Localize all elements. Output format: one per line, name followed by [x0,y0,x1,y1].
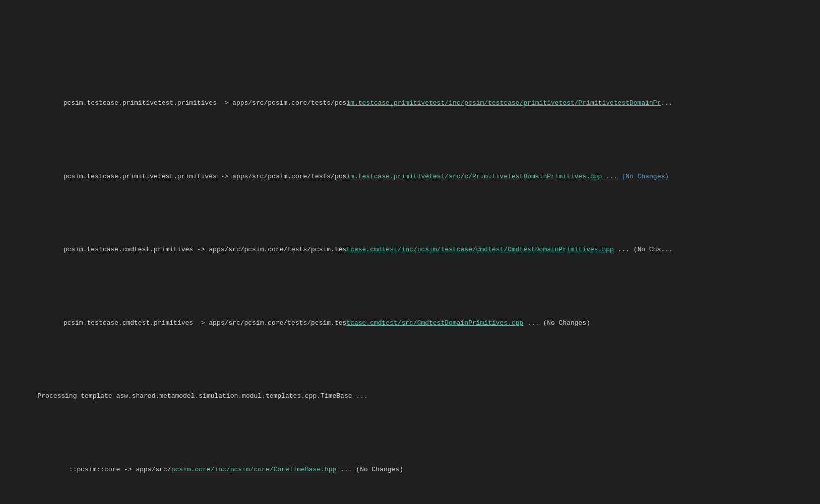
log-text: ... (No Changes) [336,466,403,473]
log-line: pcsim.testcase.cmdtest.primitives -> app… [16,308,814,339]
log-line: ::pcsim::core -> apps/src/pcsim.core/inc… [6,454,814,485]
log-line: Processing template asw.shared.metamodel… [6,381,814,412]
log-text: pcsim.testcase.cmdtest.primitives -> app… [32,319,346,327]
log-line: pcsim.testcase.cmdtest.primitives -> app… [16,235,814,266]
log-text: pcsim.testcase.primitivetest.primitives … [32,99,346,107]
log-link[interactable]: pcsim.core/inc/pcsim/core/CoreTimeBase.h… [171,466,337,473]
log-text: ... [661,99,672,107]
log-link[interactable]: im.testcase.primitivetest/inc/pcsim/test… [346,99,661,107]
log-link[interactable]: im.testcase.primitivetest/src/c/Primitiv… [346,173,617,180]
log-link[interactable]: tcase.cmdtest/inc/pcsim/testcase/cmdtest… [346,246,614,253]
log-text: ... (No Cha... [614,246,673,253]
log-line: pcsim.testcase.primitivetest.primitives … [16,88,814,119]
log-text: ::pcsim::core -> apps/src/ [22,466,171,473]
log-no-changes: (No Changes) [618,173,669,180]
log-text: pcsim.testcase.primitivetest.primitives … [32,173,346,180]
log-text: Processing template asw.shared.metamodel… [22,392,368,400]
log-container: pcsim.testcase.primitivetest.primitives … [6,46,814,504]
log-text: pcsim.testcase.cmdtest.primitives -> app… [32,246,346,253]
log-text: ... (No Changes) [523,319,590,327]
log-line: pcsim.testcase.primitivetest.primitives … [16,161,814,192]
log-link[interactable]: tcase.cmdtest/src/CmdtestDomainPrimitive… [346,319,523,327]
